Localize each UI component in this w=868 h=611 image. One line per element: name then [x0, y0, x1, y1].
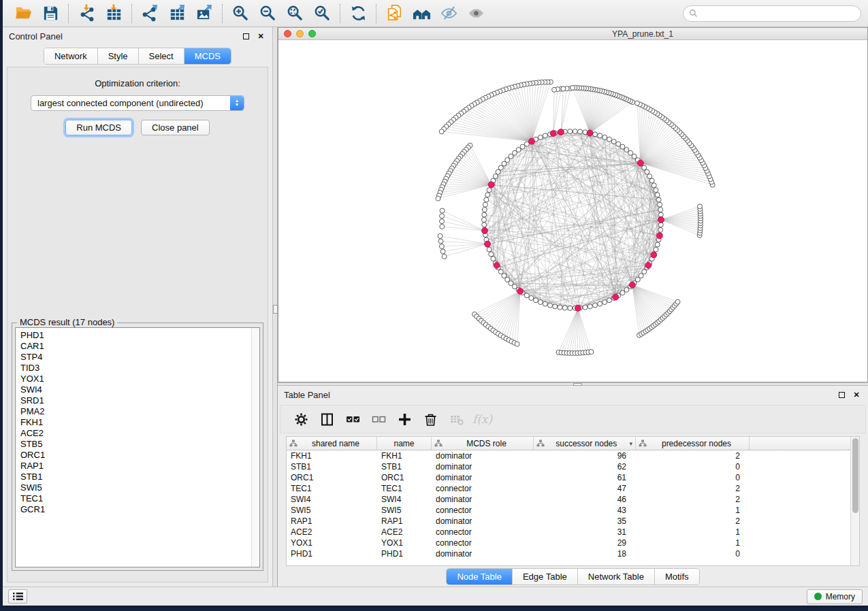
import-network-button[interactable] [73, 2, 100, 25]
select-all-button[interactable] [343, 409, 363, 429]
open-session-button[interactable] [10, 2, 37, 25]
tab-mcds[interactable]: MCDS [184, 48, 231, 64]
search-input[interactable] [701, 9, 855, 18]
criterion-select[interactable]: largest connected component (undirected)… [31, 95, 244, 111]
show-columns-button[interactable] [317, 409, 337, 429]
hide-selected-button[interactable] [435, 2, 462, 25]
criterion-select-value: largest connected component (undirected) [37, 98, 204, 108]
tab-motifs[interactable]: Motifs [654, 569, 699, 584]
network-title: YPA_prune.txt_1 [612, 29, 673, 39]
tab-style[interactable]: Style [97, 48, 138, 64]
close-panel-icon[interactable]: ✕ [851, 390, 862, 399]
destroy-table-button[interactable] [447, 409, 466, 429]
minimize-window-icon[interactable] [296, 30, 304, 37]
result-list-item[interactable]: CAR1 [20, 341, 259, 352]
table-row[interactable]: ACE2ACE2connector311 [287, 527, 859, 538]
control-panel: Control Panel ✕ NetworkStyleSelectMCDS O… [3, 27, 272, 587]
cell-name: STB1 [377, 462, 432, 472]
run-mcds-button[interactable]: Run MCDS [65, 120, 132, 135]
import-table-button[interactable] [100, 2, 127, 25]
table-row[interactable]: SWI5SWI5connector431 [287, 505, 859, 516]
vertical-splitter[interactable] [272, 27, 278, 587]
table-panel: Table Panel ✕ f(x) shared namenameMCDS r… [278, 386, 868, 587]
column-header-predecessor-nodes[interactable]: predecessor nodes [636, 437, 750, 450]
result-list-item[interactable]: RAP1 [20, 461, 259, 472]
result-list-item[interactable]: GCR1 [20, 504, 259, 515]
result-list-item[interactable]: STP4 [20, 352, 259, 363]
export-table-button[interactable] [163, 2, 191, 25]
column-header-MCDS-role[interactable]: MCDS role [432, 437, 534, 450]
table-row[interactable]: STB1STB1dominator620 [287, 461, 859, 472]
result-list-item[interactable]: STB5 [20, 439, 259, 450]
close-panel-icon[interactable]: ✕ [255, 31, 266, 41]
cell-shared-name: FKH1 [287, 451, 377, 461]
table-scrollbar[interactable] [850, 437, 859, 565]
zoom-out-button[interactable] [254, 2, 281, 25]
save-session-button[interactable] [37, 2, 64, 25]
tab-edge-table[interactable]: Edge Table [512, 569, 577, 584]
table-panel-header: Table Panel ✕ [278, 386, 868, 403]
first-neighbors-button[interactable] [408, 2, 435, 25]
splitter-grip[interactable] [573, 383, 582, 386]
result-list-item[interactable]: PMA2 [20, 406, 259, 417]
table-row[interactable]: RAP1RAP1dominator352 [287, 516, 859, 527]
result-list-item[interactable]: PHD1 [20, 330, 259, 341]
result-list-item[interactable]: ORC1 [20, 450, 259, 461]
memory-button[interactable]: Memory [807, 589, 863, 604]
zoom-in-button[interactable] [227, 2, 254, 25]
table-row[interactable]: YOX1YOX1connector291 [287, 538, 859, 548]
table-row[interactable]: PHD1PHD1dominator180 [287, 548, 859, 559]
settings-button[interactable] [291, 409, 311, 429]
mcds-result-list[interactable]: PHD1CAR1STP4TID3YOX1SWI4SRD1PMA2FKH1ACE2… [15, 327, 260, 567]
column-header-successor-nodes[interactable]: successor nodes▾ [534, 437, 636, 450]
status-menu-button[interactable] [8, 589, 27, 604]
clone-network-button[interactable] [381, 2, 408, 25]
function-builder-button[interactable]: f(x) [472, 409, 492, 429]
result-list-item[interactable]: ACE2 [20, 428, 259, 439]
splitter-grip[interactable] [273, 305, 278, 314]
tab-network[interactable]: Network [44, 48, 97, 64]
scrollbar-thumb[interactable] [852, 438, 858, 513]
search-box[interactable] [683, 5, 861, 22]
cell-MCDS-role: connector [432, 506, 534, 515]
network-canvas[interactable] [278, 40, 867, 382]
tab-select[interactable]: Select [138, 48, 184, 64]
result-list-scrollbar[interactable] [251, 328, 259, 567]
result-list-item[interactable]: TID3 [20, 363, 259, 374]
network-titlebar[interactable]: YPA_prune.txt_1 [278, 28, 867, 40]
table-row[interactable]: ORC1ORC1dominator610 [287, 472, 859, 483]
close-panel-button[interactable]: Close panel [141, 120, 210, 135]
export-image-button[interactable] [191, 2, 218, 25]
column-header-shared-name[interactable]: shared name [287, 437, 377, 450]
zoom-window-icon[interactable] [308, 30, 316, 37]
close-window-icon[interactable] [284, 30, 291, 37]
result-list-item[interactable]: SWI5 [20, 482, 259, 493]
deselect-all-button[interactable] [369, 409, 389, 429]
float-panel-icon[interactable] [240, 31, 251, 41]
zoom-fit-button[interactable] [281, 2, 308, 25]
result-list-item[interactable]: TEC1 [20, 493, 259, 504]
float-panel-icon[interactable] [836, 390, 847, 399]
tab-node-table[interactable]: Node Table [447, 569, 512, 584]
delete-entry-button[interactable] [421, 409, 440, 429]
export-network-button[interactable] [136, 2, 163, 25]
column-header-name[interactable]: name [377, 437, 432, 450]
refresh-view-button[interactable] [344, 2, 372, 25]
result-list-item[interactable]: SWI4 [20, 384, 259, 395]
control-panel-header: Control Panel ✕ [3, 27, 272, 45]
tab-network-table[interactable]: Network Table [577, 569, 654, 584]
result-list-item[interactable]: YOX1 [20, 374, 259, 384]
result-list-item[interactable]: STB1 [20, 472, 259, 482]
result-list-item[interactable]: FKH1 [20, 417, 259, 428]
cell-shared-name: ORC1 [287, 473, 377, 482]
show-all-button[interactable] [462, 2, 489, 25]
settings-icon [294, 412, 308, 427]
add-entry-button[interactable] [395, 409, 415, 429]
table-row[interactable]: FKH1FKH1dominator962 [287, 450, 859, 461]
result-list-item[interactable]: SRD1 [20, 395, 259, 406]
toolbar-separator [68, 4, 69, 23]
zoom-selected-button[interactable] [308, 2, 336, 25]
table-row[interactable]: SWI4SWI4dominator462 [287, 494, 859, 505]
horizontal-splitter[interactable] [278, 382, 868, 386]
table-row[interactable]: TEC1TEC1connector472 [287, 483, 859, 494]
